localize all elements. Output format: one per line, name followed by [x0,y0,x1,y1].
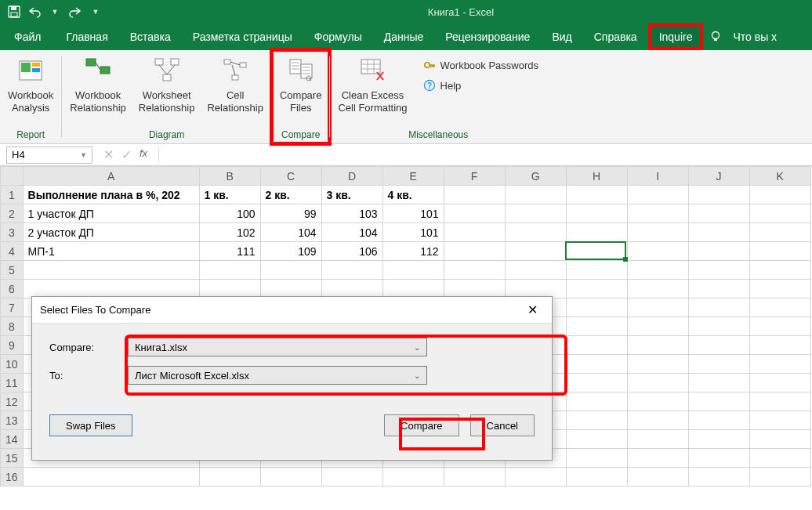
tab-data[interactable]: Данные [373,24,435,50]
compare-combobox[interactable]: Книга1.xlsx ⌄ [128,338,427,356]
col-header-K[interactable]: K [749,167,810,186]
workbook-relationship-button[interactable]: Workbook Relationship [70,53,126,128]
cell-J5[interactable] [688,261,749,280]
col-header-A[interactable]: A [23,167,199,186]
cell-K13[interactable] [749,411,810,430]
cell-A3[interactable]: 2 участок ДП [23,223,199,242]
select-all[interactable] [1,167,24,186]
cell-F4[interactable] [444,242,505,261]
row-header-15[interactable]: 15 [1,449,24,468]
cell-J2[interactable] [688,204,749,223]
cell-K15[interactable] [749,449,810,468]
name-box[interactable]: H4 ▼ [6,146,92,164]
fx-icon[interactable]: fx [140,147,147,162]
col-header-H[interactable]: H [566,167,627,186]
cell-B3[interactable]: 102 [199,223,260,242]
cell-H14[interactable] [566,430,627,449]
worksheet-relationship-button[interactable]: Worksheet Relationship [139,53,195,128]
cell-G5[interactable] [505,261,566,280]
swap-files-button[interactable]: Swap Files [49,414,132,436]
to-combobox[interactable]: Лист Microsoft Excel.xlsx ⌄ [128,366,427,385]
namebox-dropdown-icon[interactable]: ▼ [80,151,87,159]
cell-H5[interactable] [566,261,627,280]
cell-G4[interactable] [505,242,566,261]
cell-relationship-button[interactable]: Cell Relationship [207,53,263,128]
cell-H12[interactable] [566,392,627,411]
cell-I4[interactable] [627,242,688,261]
cell-A4[interactable]: МП-1 [23,242,199,261]
col-header-I[interactable]: I [627,167,688,186]
cell-J16[interactable] [688,468,749,486]
row-header-6[interactable]: 6 [1,280,24,298]
row-header-3[interactable]: 3 [1,223,24,242]
cell-B1[interactable]: 1 кв. [199,186,260,204]
qat-customize-icon[interactable]: ▼ [89,5,102,18]
cell-I5[interactable] [627,261,688,280]
save-icon[interactable] [8,5,20,18]
cell-H15[interactable] [566,449,627,468]
tab-layout[interactable]: Разметка страницы [182,24,303,50]
cell-H16[interactable] [566,468,627,486]
undo-dropdown-icon[interactable]: ▼ [49,5,61,18]
cell-K12[interactable] [749,392,810,411]
cell-I8[interactable] [627,317,688,336]
tab-formulas[interactable]: Формулы [303,24,373,50]
cell-I16[interactable] [627,468,688,486]
tab-home[interactable]: Главная [55,24,118,50]
cell-B16[interactable] [199,468,260,486]
cell-H10[interactable] [566,355,627,374]
cell-G2[interactable] [505,204,566,223]
cancel-icon[interactable]: ✕ [103,147,114,162]
cell-I14[interactable] [627,430,688,449]
cell-H1[interactable] [566,186,627,204]
formula-input[interactable] [158,146,812,164]
cell-B5[interactable] [199,261,260,280]
col-header-J[interactable]: J [688,167,749,186]
cell-E4[interactable]: 112 [382,242,444,261]
cell-I10[interactable] [627,355,688,374]
cell-F5[interactable] [444,261,505,280]
cell-J11[interactable] [688,374,749,392]
cell-D3[interactable]: 104 [321,223,382,242]
col-header-D[interactable]: D [321,167,382,186]
cell-D4[interactable]: 106 [321,242,382,261]
clean-excess-button[interactable]: Clean Excess Cell Formatting [338,53,407,128]
cell-D16[interactable] [321,468,382,486]
cell-D2[interactable]: 103 [321,204,382,223]
tab-review[interactable]: Рецензирование [434,24,541,50]
cell-K2[interactable] [749,204,810,223]
row-header-16[interactable]: 16 [1,468,24,486]
cell-F3[interactable] [444,223,505,242]
compare-files-button[interactable]: Compare Files [280,53,321,128]
row-header-9[interactable]: 9 [1,336,24,355]
cancel-button[interactable]: Cancel [470,414,535,436]
cell-I11[interactable] [627,374,688,392]
row-header-1[interactable]: 1 [1,186,24,204]
cell-C6[interactable] [260,280,321,298]
cell-B6[interactable] [199,280,260,298]
col-header-B[interactable]: B [199,167,260,186]
cell-F16[interactable] [444,468,505,486]
undo-icon[interactable] [28,5,41,18]
cell-C16[interactable] [260,468,321,486]
tell-me-label[interactable]: Что вы х [731,24,788,50]
row-header-2[interactable]: 2 [1,204,24,223]
cell-I1[interactable] [627,186,688,204]
row-header-5[interactable]: 5 [1,261,24,280]
cell-I13[interactable] [627,411,688,430]
cell-J6[interactable] [688,280,749,298]
cell-J7[interactable] [688,298,749,317]
cell-K16[interactable] [749,468,810,486]
cell-H7[interactable] [566,298,627,317]
cell-C2[interactable]: 99 [260,204,321,223]
redo-icon[interactable] [69,5,82,18]
cell-J13[interactable] [688,411,749,430]
tab-file[interactable]: Файл [0,24,55,50]
cell-H4[interactable] [566,242,627,261]
cell-H2[interactable] [566,204,627,223]
cell-C5[interactable] [260,261,321,280]
cell-D6[interactable] [321,280,382,298]
row-header-14[interactable]: 14 [1,430,24,449]
cell-K7[interactable] [749,298,810,317]
cell-J4[interactable] [688,242,749,261]
